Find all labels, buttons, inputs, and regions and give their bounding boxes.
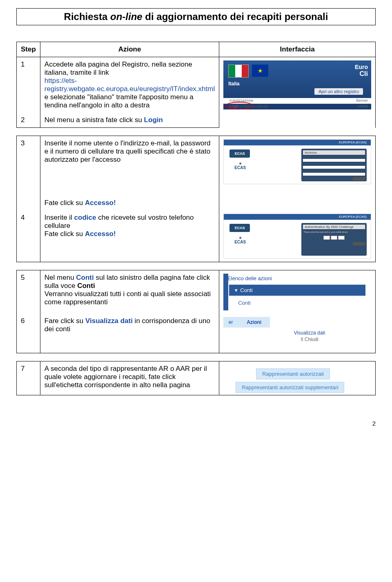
step-7-interf: Rappresentanti autorizzati Rappresentant…: [219, 361, 376, 395]
page-title-box: Richiesta on-line di aggiornamento dei r…: [16, 8, 376, 25]
page-number: 2: [16, 420, 376, 427]
euro-text: Euro: [355, 64, 368, 70]
ecas-badge-icon: ECAS: [228, 162, 252, 176]
ecas-username-input[interactable]: [303, 159, 365, 162]
step-2-action: Nel menu a sinistra fate click su Login: [40, 113, 219, 128]
step-3-interf: EUROPEA (ECAS) ECAS ECAS Accesso: [219, 136, 376, 188]
step-2-num: 2: [17, 113, 40, 128]
rapp-autorizzati-supp-tab[interactable]: Rappresentanti autorizzati supplementari: [236, 382, 344, 393]
login-link-row: Login o Nuovo utente: [229, 104, 268, 109]
mock-rapp-tabs: Rappresentanti autorizzati Rappresentant…: [223, 365, 371, 392]
eu-flag-icon: ★: [252, 65, 268, 77]
vos-text: vostra: [358, 104, 368, 108]
step-3b-action: Fate click su Accesso!: [40, 187, 219, 210]
step-1-num: 1: [17, 57, 40, 113]
mock-ecas-sms: EUROPEA (ECAS) ECAS ECAS Authentication …: [223, 214, 371, 259]
ecas-topbar: EUROPEA (ECAS): [224, 140, 371, 145]
ecas-badge-icon-2: ECAS: [228, 236, 252, 250]
steps-table: Step Azione Interfaccia 1 Accedete alla …: [16, 42, 376, 395]
nuovo-utente-link[interactable]: Nuovo utente: [244, 104, 268, 109]
rapp-autorizzati-tab[interactable]: Rappresentanti autorizzati: [256, 368, 330, 379]
step-1-2-interf: ★ Italia Euro Cli Apri un altro registro…: [219, 57, 376, 128]
step-1-action: Accedete alla pagina del Registro, nella…: [40, 57, 219, 113]
step-5-num: 5: [17, 270, 40, 314]
step-4-action: Inserite il codice che ricevete sul vost…: [40, 210, 219, 262]
italy-flag-icon: [228, 65, 249, 78]
ecas-password-input[interactable]: [303, 166, 365, 169]
chiudi-text: Il Chiudi: [301, 337, 318, 342]
sms-code-input-2[interactable]: [331, 236, 337, 240]
ecas-submit-button[interactable]: [353, 177, 365, 181]
header-step: Step: [17, 42, 40, 57]
page-title: Richiesta on-line di aggiornamento dei r…: [21, 11, 371, 22]
conti-menu-item[interactable]: Conti: [229, 297, 365, 308]
mock-ecas-login: EUROPEA (ECAS) ECAS ECAS Accesso: [223, 139, 371, 184]
header-azione: Azione: [40, 42, 219, 57]
step-5-interf: Elenco delle azioni Conti Conti: [219, 270, 376, 314]
ecas-sms-form: Authentication By SMS Challenge Please e…: [301, 223, 367, 256]
ecas-topbar-2: EUROPEA (ECAS): [224, 214, 371, 220]
apri-altro-registro-button[interactable]: Apri un altro registro: [314, 88, 363, 95]
ecas-logo-icon-2: ECAS: [229, 224, 250, 232]
mock-italia-banner: ★ Italia Euro Cli Apri un altro registro…: [223, 60, 371, 109]
login-link[interactable]: Login: [229, 104, 239, 109]
step-4-num: 4: [17, 210, 40, 262]
mock-table-azioni: er Azioni Visualizza dati Il Chiudi: [223, 317, 371, 350]
ecas-login-form: Accesso: [301, 149, 367, 181]
step-4-interf: EUROPEA (ECAS) ECAS ECAS Authentication …: [219, 210, 376, 262]
col-er: er: [223, 317, 238, 328]
sms-auth-label: Authentication By SMS Challenge: [303, 225, 365, 229]
step-3b-num: [17, 187, 40, 210]
visualizza-dati-link[interactable]: Visualizza dati: [294, 330, 325, 336]
elenco-azioni-header: Elenco delle azioni: [223, 274, 371, 283]
ecas-accesso-label: Accesso: [303, 150, 365, 155]
mock-conti-menu: Elenco delle azioni Conti Conti: [223, 274, 371, 310]
col-azioni: Azioni: [238, 317, 270, 328]
step-7-action: A seconda del tipo di rappresentante AR …: [40, 361, 219, 395]
registry-link[interactable]: https://ets-registry.webgate.ec.europa.e…: [45, 77, 215, 93]
step-3-action: Inserite il nome utente o l'indirizzo e-…: [40, 136, 219, 188]
step-5-action: Nel menu Conti sul lato sinistro della p…: [40, 270, 219, 314]
italia-label: Italia: [228, 81, 239, 87]
step-6-action: Fare click su Visualizza dati in corrisp…: [40, 314, 219, 353]
cli-text: Cli: [360, 70, 368, 78]
header-interfaccia: Interfaccia: [219, 42, 376, 57]
ecas-mobile-input[interactable]: [303, 173, 365, 176]
step-6-num: 6: [17, 314, 40, 353]
benv-text: Benver: [356, 98, 368, 103]
ecas-logo-icon: ECAS: [229, 149, 250, 158]
ecas-sms-submit-button[interactable]: [353, 242, 365, 245]
step-6-interf: er Azioni Visualizza dati Il Chiudi: [219, 314, 376, 353]
sms-code-input-3[interactable]: [338, 236, 345, 240]
sms-code-input-1[interactable]: [323, 236, 330, 240]
conti-menu-header[interactable]: Conti: [229, 285, 365, 296]
step-3-num: 3: [17, 136, 40, 188]
step-7-num: 7: [17, 361, 40, 395]
